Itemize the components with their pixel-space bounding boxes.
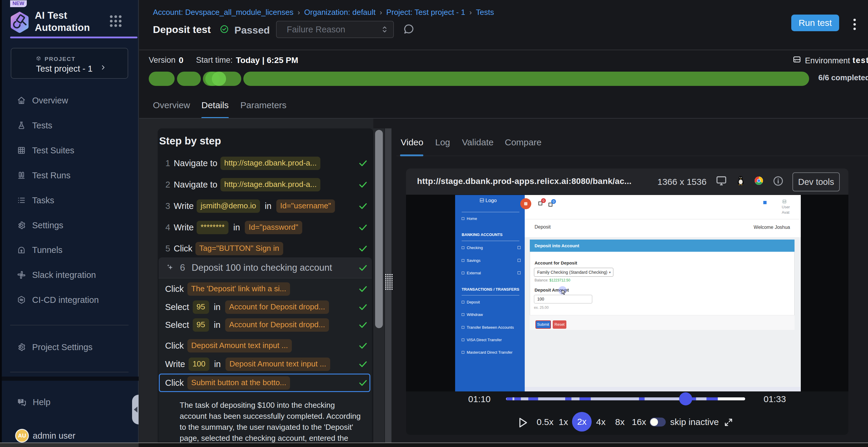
svg-text:?: ?	[20, 399, 22, 403]
